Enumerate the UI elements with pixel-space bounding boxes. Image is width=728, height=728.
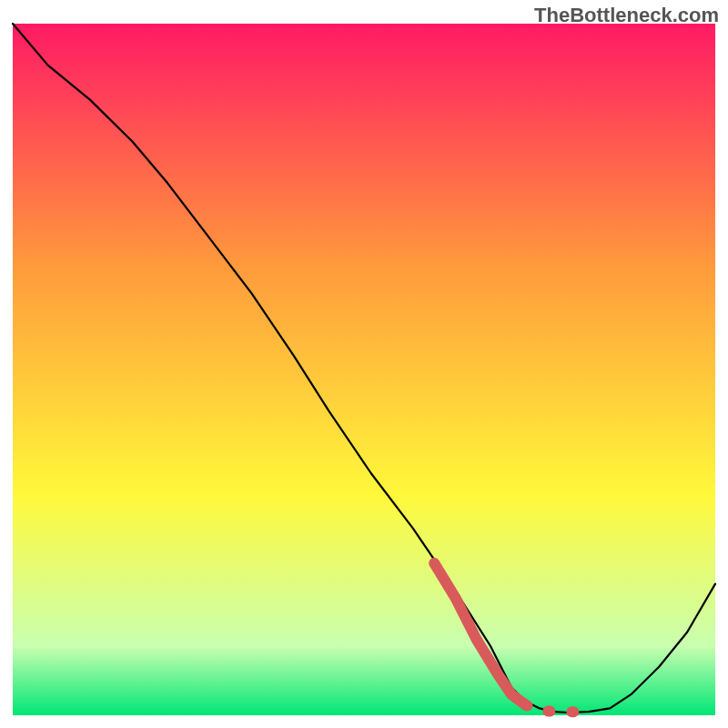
watermark-text: TheBottleneck.com xyxy=(534,4,719,27)
bottleneck-chart xyxy=(0,0,728,728)
chart-container: { "watermark": "TheBottleneck.com", "col… xyxy=(0,0,728,728)
